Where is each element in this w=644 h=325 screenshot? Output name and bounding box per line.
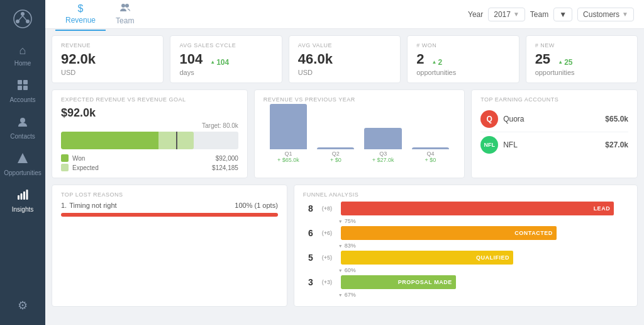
bar-q1-label: Q1 — [284, 151, 292, 157]
sidebar-item-opportunities-label: Opportunities — [4, 169, 41, 176]
legend-expected-label: Expected — [72, 164, 99, 171]
team-tab-label: Team — [116, 16, 134, 25]
svg-rect-7 — [23, 80, 28, 84]
stat-cards-row: REVENUE 92.0k USD AVG SALES CYCLE 104 10… — [52, 35, 638, 83]
nfl-name: NFL — [503, 140, 600, 149]
sidebar: ⌂ Home Accounts Contacts Opportunities I… — [0, 0, 45, 325]
funnel-contacted-bar-wrap: CONTACTED — [341, 226, 628, 240]
funnel-contacted-label: CONTACTED — [514, 230, 552, 236]
sidebar-logo — [10, 6, 35, 31]
funnel-lead-count: 8 — [303, 203, 313, 214]
svg-rect-13 — [21, 193, 23, 200]
year-chevron-icon: ▼ — [513, 11, 519, 18]
funnel-contacted-bar: CONTACTED — [341, 226, 557, 240]
bar-q4-col — [412, 147, 449, 149]
team-filter-value: ▼ — [559, 10, 567, 19]
tab-team[interactable]: Team — [106, 0, 144, 31]
account-row-quora: Q Quora $65.0k — [480, 106, 628, 132]
funnel-proposal-pct: 67% — [304, 292, 628, 298]
quora-value: $65.0k — [605, 115, 628, 123]
lost-reason-pct: 100% (1 opts) — [235, 202, 277, 209]
svg-rect-12 — [18, 195, 19, 200]
sidebar-item-insights[interactable]: Insights — [0, 183, 45, 219]
funnel-proposal-bar-wrap: PROPOSAL MADE — [341, 275, 628, 289]
bar-q1: Q1 + $65.0k — [270, 96, 307, 163]
year-filter-select[interactable]: 2017 ▼ — [488, 8, 525, 21]
sidebar-item-contacts[interactable]: Contacts — [0, 110, 45, 146]
team-tab-icon — [120, 3, 130, 15]
sidebar-item-opportunities[interactable]: Opportunities — [0, 146, 45, 183]
lost-reasons-title: TOP LOST REASONS — [61, 191, 278, 198]
settings-icon: ⚙ — [18, 299, 28, 312]
bar-q2-label: Q2 — [332, 151, 340, 157]
tab-revenue[interactable]: $ Revenue — [55, 0, 106, 31]
funnel-lead-bar-wrap: LEAD — [341, 202, 628, 215]
stat-card-revenue: REVENUE 92.0k USD — [52, 35, 164, 83]
funnel-analysis-card: FUNNEL ANALYSIS 8 (+8) LEAD 75% 6 (+6) — [294, 185, 638, 307]
team-filter-select[interactable]: ▼ — [553, 8, 572, 21]
svg-rect-8 — [18, 86, 22, 90]
svg-point-1 — [21, 12, 25, 16]
funnel-contacted-to-qualified-pct: 83% — [304, 242, 628, 249]
bar-q4: Q4 + $0 — [412, 96, 449, 163]
bar-won — [61, 132, 158, 149]
funnel-proposal-label: PROPOSAL MADE — [398, 279, 452, 285]
stat-card-avg-sales: AVG SALES CYCLE 104 104 days — [170, 35, 282, 83]
bar-q2-sublabel: + $0 — [330, 157, 341, 163]
bar-q4-sublabel: + $0 — [425, 157, 436, 163]
account-row-nfl: NFL NFL $27.0k — [480, 132, 628, 157]
revenue-prev-year-card: REVENUE VS PREVIOUS YEAR Q1 + $65.0k Q2 — [254, 89, 465, 178]
sidebar-item-contacts-label: Contacts — [10, 133, 35, 140]
bar-q1-sublabel: + $65.0k — [277, 157, 299, 163]
funnel-qualified-count: 5 — [303, 253, 313, 263]
funnel-contacted-delta: (+6) — [317, 230, 337, 236]
lost-reasons-card: TOP LOST REASONS 1. Timing not right 100… — [52, 185, 287, 307]
stat-won-value: 2 2 — [416, 51, 509, 67]
funnel-stage-qualified: 5 (+5) QUALIFIED — [303, 251, 628, 265]
funnel-proposal-count: 3 — [303, 277, 313, 287]
bar-q4-label: Q4 — [426, 151, 434, 157]
svg-rect-14 — [23, 191, 25, 200]
lost-reason-label: Timing not right — [69, 202, 116, 209]
main-content: $ Revenue Team Year 2017 ▼ Team ▼ Custom… — [45, 0, 644, 325]
svg-rect-6 — [18, 80, 22, 84]
customers-filter-select[interactable]: Customers ▼ — [577, 8, 634, 21]
year-filter-value: 2017 — [494, 10, 511, 19]
lost-reason-item-1: 1. Timing not right 100% (1 opts) — [61, 202, 278, 209]
insights-icon — [17, 189, 28, 203]
team-filter-label: Team — [530, 10, 548, 19]
sidebar-item-settings[interactable]: ⚙ — [0, 292, 45, 319]
funnel-proposal-delta: (+3) — [317, 279, 337, 285]
filter-bar: Year 2017 ▼ Team ▼ Customers ▼ — [468, 8, 634, 21]
customers-filter-value: Customers — [583, 10, 619, 19]
svg-point-17 — [125, 4, 129, 8]
accounts-icon — [17, 79, 28, 94]
stat-card-won: # WON 2 2 opportunities — [407, 35, 519, 83]
funnel-lead-bar: LEAD — [341, 202, 614, 215]
stat-revenue-label: REVENUE — [61, 42, 154, 48]
revenue-goal-card: EXPECTED REVENUE VS REVENUE GOAL $92.0k … — [52, 89, 248, 178]
stat-won-change: 2 — [432, 58, 443, 67]
stat-avg-sales-change: 104 — [210, 58, 229, 67]
quora-logo: Q — [480, 110, 498, 128]
home-icon: ⌂ — [19, 44, 26, 57]
opportunities-icon — [17, 152, 28, 167]
sidebar-item-accounts[interactable]: Accounts — [0, 73, 45, 110]
sidebar-item-home[interactable]: ⌂ Home — [0, 38, 45, 73]
svg-marker-11 — [18, 153, 28, 163]
stat-new-label: # NEW — [535, 42, 628, 48]
funnel-stage-proposal: 3 (+3) PROPOSAL MADE — [303, 275, 628, 289]
top-accounts-card: TOP EARNING ACCOUNTS Q Quora $65.0k NFL … — [471, 89, 638, 178]
stat-avg-value-label: AVG VALUE — [298, 42, 391, 48]
stat-avg-sales-label: AVG SALES CYCLE — [179, 42, 272, 48]
revenue-goal-legend: Won $92,000 Expected $124,185 — [61, 154, 238, 171]
funnel-proposal-bar: PROPOSAL MADE — [341, 275, 456, 289]
stat-card-new: # NEW 25 25 opportunities — [526, 35, 638, 83]
svg-rect-9 — [23, 86, 28, 90]
lost-reason-bar-1 — [61, 213, 278, 217]
svg-point-10 — [20, 118, 25, 123]
svg-point-16 — [121, 4, 125, 8]
sidebar-item-home-label: Home — [14, 60, 31, 67]
legend-item-won: Won $92,000 — [61, 154, 238, 162]
stat-new-sub: opportunities — [535, 69, 628, 76]
